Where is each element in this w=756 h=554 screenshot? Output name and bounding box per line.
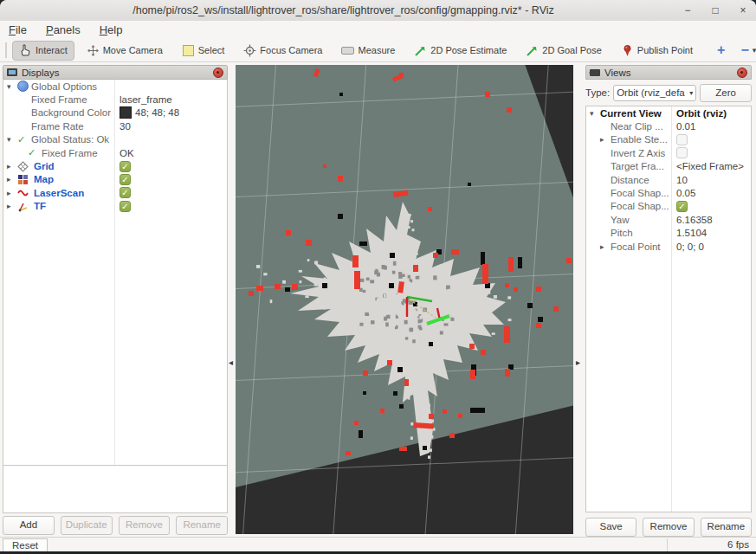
rename-button[interactable]: Rename <box>701 518 752 537</box>
expander-icon[interactable]: ▾ <box>590 109 600 118</box>
tree-row[interactable]: ▸Enable Ste... <box>586 133 751 146</box>
expander-icon[interactable]: ▸ <box>7 202 17 210</box>
menu-item-panels[interactable]: Panels <box>46 23 81 36</box>
property-name: Focal Point <box>611 242 661 252</box>
tree-row[interactable]: ✓Fixed FrameOK <box>3 146 227 159</box>
tool-interact[interactable]: Interact <box>12 41 74 61</box>
tree-row[interactable]: ▸TF✓ <box>3 200 227 213</box>
tree-row[interactable]: Pitch1.5104 <box>586 227 751 240</box>
property-value: 0.05 <box>676 188 695 198</box>
property-name: Yaw <box>611 215 630 225</box>
tool-move-camera[interactable]: Move Camera <box>80 41 170 61</box>
menu-item-file[interactable]: File <box>9 23 27 36</box>
tree-row[interactable]: Focal Shap...✓ <box>586 200 751 213</box>
tree-row[interactable]: ▸Focal Point0; 0; 0 <box>586 240 751 253</box>
tool-2d-goal-pose[interactable]: 2D Goal Pose <box>519 41 608 61</box>
close-button[interactable]: × <box>735 3 751 18</box>
views-icon <box>590 69 600 76</box>
expander-icon[interactable]: ▸ <box>600 135 611 144</box>
pin-icon <box>621 44 634 57</box>
maximize-button[interactable]: □ <box>708 3 723 18</box>
tree-row[interactable]: Background Color48; 48; 48 <box>3 106 227 119</box>
tree-row[interactable]: Frame Rate30 <box>3 119 227 132</box>
property-value: laser_frame <box>120 94 172 105</box>
zero-button[interactable]: Zero <box>700 84 752 102</box>
grid-icon <box>17 161 31 172</box>
tool-label: Select <box>198 45 225 55</box>
property-value: OK <box>120 148 134 158</box>
right-splitter[interactable]: ▸ <box>573 65 585 534</box>
expander-icon[interactable]: ▸ <box>600 242 611 251</box>
tree-row[interactable]: Fixed Framelaser_frame <box>3 93 227 106</box>
color-swatch[interactable] <box>120 106 132 119</box>
collapse-right-icon[interactable]: ▸ <box>576 358 580 367</box>
collapse-left-icon[interactable]: ◂ <box>229 358 233 367</box>
displays-close-icon[interactable] <box>213 68 223 78</box>
property-name: LaserScan <box>34 188 84 198</box>
property-name: Distance <box>611 175 649 185</box>
tool-label: Measure <box>358 45 395 55</box>
tree-row[interactable]: Invert Z Axis <box>586 146 751 159</box>
tree-row[interactable]: ▸Map✓ <box>3 173 227 186</box>
expander-icon[interactable]: ▾ <box>7 135 17 144</box>
tool-select[interactable]: Select <box>175 41 232 61</box>
column-splitter[interactable] <box>114 80 115 475</box>
checkbox-checked-icon[interactable]: ✓ <box>120 161 131 172</box>
property-name: Global Status: Ok <box>31 134 109 145</box>
property-name: Background Color <box>31 107 111 118</box>
views-tree[interactable]: ▾Current ViewOrbit (rviz)Near Clip ...0.… <box>585 106 752 512</box>
view-type-select[interactable]: Orbit (rviz_defa ▾ <box>613 85 696 101</box>
views-close-icon[interactable] <box>737 68 747 78</box>
tree-row[interactable]: Focal Shap...0.05 <box>586 186 751 199</box>
expander-icon[interactable]: ▾ <box>7 82 17 91</box>
property-value: 0; 0; 0 <box>676 242 704 252</box>
expander-icon[interactable]: ▸ <box>7 175 17 184</box>
tree-row[interactable]: Target Fra...<Fixed Frame> <box>586 160 751 173</box>
reset-button[interactable]: Reset <box>3 538 48 551</box>
check-icon: ✓ <box>17 134 31 145</box>
checkbox-checked-icon[interactable]: ✓ <box>676 201 688 212</box>
tree-row[interactable]: ▾Current ViewOrbit (rviz) <box>586 106 751 119</box>
tree-row[interactable]: ▸LaserScan✓ <box>3 186 227 199</box>
3d-viewport[interactable] <box>236 65 573 534</box>
tree-row[interactable]: ▾Global Options <box>3 80 227 93</box>
tree-row[interactable]: Near Clip ...0.01 <box>586 119 751 132</box>
tree-row[interactable]: ▾✓Global Status: Ok <box>3 133 227 146</box>
global-options-icon <box>17 81 31 92</box>
tool-measure[interactable]: Measure <box>334 41 402 61</box>
tool-label: 2D Pose Estimate <box>430 45 507 55</box>
measure-icon <box>341 44 354 57</box>
menu-item-help[interactable]: Help <box>100 23 123 36</box>
property-name: Pitch <box>611 228 633 238</box>
displays-panel-header[interactable]: Displays <box>3 65 228 80</box>
toolbar-handle[interactable] <box>5 42 7 58</box>
add-tool-button[interactable]: + <box>717 42 725 58</box>
tree-row[interactable]: ▸Grid✓ <box>3 159 227 172</box>
add-button[interactable]: Add <box>3 516 55 535</box>
minimize-button[interactable]: − <box>680 3 695 18</box>
tree-row[interactable]: Yaw6.16358 <box>586 213 751 226</box>
remove-button[interactable]: Remove <box>643 518 694 537</box>
move-icon <box>87 44 100 57</box>
tool-focus-camera[interactable]: Focus Camera <box>236 41 329 61</box>
remove-tool-button[interactable]: − <box>740 42 748 58</box>
expander-icon[interactable]: ▸ <box>7 162 17 171</box>
left-splitter[interactable]: ◂ <box>228 65 236 534</box>
column-splitter[interactable] <box>671 106 672 512</box>
displays-tree[interactable]: ▾Global OptionsFixed Framelaser_frameBac… <box>3 80 228 476</box>
expander-icon[interactable]: ▸ <box>7 189 17 197</box>
save-button[interactable]: Save <box>585 518 636 537</box>
checkbox-checked-icon[interactable]: ✓ <box>120 174 131 185</box>
checkbox-checked-icon[interactable]: ✓ <box>120 201 131 212</box>
displays-buttons: AddDuplicateRemoveRename <box>3 516 228 535</box>
tool-2d-pose-estimate[interactable]: 2D Pose Estimate <box>407 41 514 61</box>
menu-bar: FilePanelsHelp <box>0 21 756 39</box>
title-bar[interactable]: /home/pi/ros2_ws/install/lightrover_ros/… <box>0 0 756 22</box>
checkbox-unchecked-icon[interactable] <box>676 134 688 145</box>
tool-publish-point[interactable]: Publish Point <box>614 41 700 61</box>
tree-row[interactable]: Distance10 <box>586 173 751 186</box>
views-panel-header[interactable]: Views <box>585 65 752 80</box>
checkbox-checked-icon[interactable]: ✓ <box>120 187 131 198</box>
tool-options-caret[interactable]: ▾ <box>753 46 756 55</box>
checkbox-unchecked-icon[interactable] <box>676 147 688 158</box>
